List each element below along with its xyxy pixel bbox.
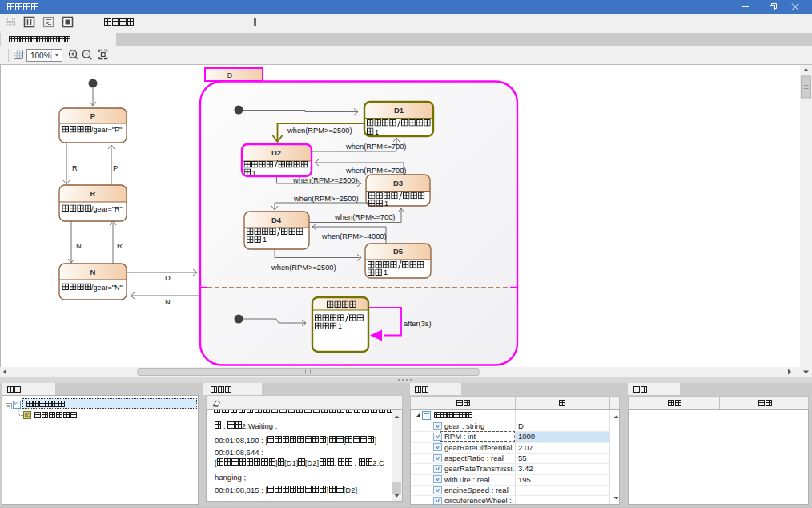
svg-text:after(3s): after(3s) xyxy=(404,320,432,328)
svg-text:/gear="R": /gear="R" xyxy=(91,205,123,213)
svg-text:1: 1 xyxy=(338,322,342,330)
svg-text:/gear="P": /gear="P" xyxy=(91,126,122,134)
svg-text:when(RPM>=4000): when(RPM>=4000) xyxy=(321,232,387,240)
svg-text:when(RPM>=2500): when(RPM>=2500) xyxy=(292,176,358,184)
svg-text:P: P xyxy=(113,164,118,172)
svg-text:R: R xyxy=(90,189,96,198)
svg-text:D4: D4 xyxy=(271,216,282,224)
svg-text:N: N xyxy=(165,298,171,306)
svg-text:when(RPM>=2500): when(RPM>=2500) xyxy=(293,195,359,203)
svg-text:1: 1 xyxy=(263,236,267,244)
svg-text:1: 1 xyxy=(252,169,256,177)
svg-text:when(RPM<=700): when(RPM<=700) xyxy=(345,167,406,175)
svg-text:P: P xyxy=(90,111,96,120)
svg-text:when(RPM<=700): when(RPM<=700) xyxy=(334,213,395,221)
svg-text:1: 1 xyxy=(384,200,388,208)
svg-text:/gear="N": /gear="N" xyxy=(91,284,123,292)
svg-text:when(RPM>=2500): when(RPM>=2500) xyxy=(271,264,336,272)
svg-text:N: N xyxy=(90,268,96,276)
svg-text:R: R xyxy=(72,164,78,172)
svg-text:D1: D1 xyxy=(394,106,404,115)
svg-text:R: R xyxy=(117,242,123,250)
svg-text:1: 1 xyxy=(384,268,388,276)
svg-text:D5: D5 xyxy=(393,247,404,256)
svg-text:D: D xyxy=(227,71,233,79)
svg-text:when(RPM<=700): when(RPM<=700) xyxy=(345,143,406,151)
svg-text:D3: D3 xyxy=(393,179,403,187)
svg-text:100%: 100% xyxy=(30,51,51,60)
svg-text:N: N xyxy=(76,242,82,250)
svg-text:when(RPM>=2500): when(RPM>=2500) xyxy=(287,127,352,135)
svg-text:D2: D2 xyxy=(271,148,281,157)
svg-text:D: D xyxy=(165,274,171,282)
svg-text:1: 1 xyxy=(375,128,379,136)
